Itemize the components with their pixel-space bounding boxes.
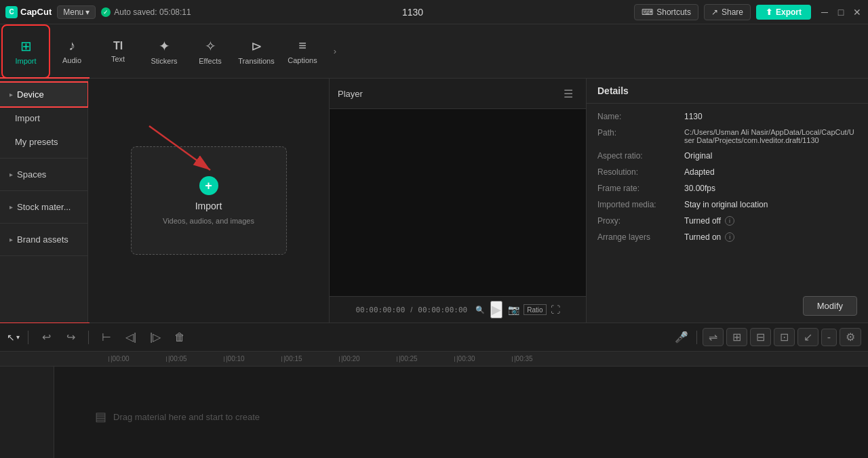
arrange-layers-info-icon[interactable]: i <box>725 232 734 242</box>
sidebar-item-device[interactable]: ▸ Device <box>0 83 87 106</box>
detail-value-framerate: 30.00fps <box>684 184 857 193</box>
settings-button[interactable]: ⚙ <box>840 328 861 346</box>
timeline-toolbar: ↖ ▾ ↩ ↪ ⊢ ◁| |▷ 🗑 🎤 ⇌ ⊞ ⊟ ⊡ ↙ - ⚙ <box>0 323 868 352</box>
tool-audio[interactable]: ♪ Audio <box>49 26 95 77</box>
bottom-timeline-area: ↖ ▾ ↩ ↪ ⊢ ◁| |▷ 🗑 🎤 ⇌ ⊞ ⊟ ⊡ ↙ - ⚙ |00: <box>0 322 868 458</box>
preview-button[interactable]: ⊡ <box>774 328 795 346</box>
tool-stickers-label: Stickers <box>151 57 177 65</box>
cursor-icon: ↖ <box>7 332 15 343</box>
import-box-label: Import <box>195 201 222 211</box>
detail-value-proxy: Turned off i <box>684 216 857 226</box>
player-menu-button[interactable]: ☰ <box>559 84 578 103</box>
tool-import[interactable]: ⊞ Import <box>3 26 49 77</box>
more-tools-button[interactable]: › <box>326 26 344 77</box>
sidebar-item-spaces[interactable]: ▸ Spaces <box>0 163 87 186</box>
detail-value-path: C:/Users/Usman Ali Nasir/AppData/Local/C… <box>684 128 857 144</box>
mic-button[interactable]: 🎤 <box>672 328 691 347</box>
chevron-down-icon: ▾ <box>85 7 90 17</box>
drag-hint-text: Drag material here and start to create <box>113 412 260 422</box>
import-icon: ⊞ <box>20 38 32 54</box>
audio-wave-button[interactable]: ↙ <box>797 328 818 346</box>
zoom-control: 🔍 <box>475 306 485 314</box>
tool-text[interactable]: TI Text <box>95 26 141 77</box>
main-area: ▸ Device Import My presets ▸ Spaces ▸ St… <box>0 79 868 322</box>
detail-label-name: Name: <box>597 112 679 121</box>
link-video-audio-button[interactable]: ⇌ <box>703 328 724 346</box>
import-box-sublabel: Videos, audios, and images <box>163 217 254 225</box>
shortcuts-button[interactable]: ⌨ Shortcuts <box>634 4 698 20</box>
saved-dot-icon: ✓ <box>101 7 111 17</box>
chevron-icon: ▸ <box>9 203 13 211</box>
tool-effects[interactable]: ✧ Effects <box>187 26 233 77</box>
detail-row-aspect: Aspect ratio: Original <box>597 151 857 161</box>
time-separator: / <box>410 306 412 314</box>
ruler-mark-5: |00:05 <box>166 355 224 362</box>
player-controls: 00:00:00:00 / 00:00:00:00 🔍 ▶ 📷 Ratio ⛶ <box>330 296 586 322</box>
sidebar-item-my-presets[interactable]: My presets <box>0 130 87 154</box>
trim-right-button[interactable]: |▷ <box>146 328 165 347</box>
detail-value-name: 1130 <box>684 112 857 121</box>
screenshot-button[interactable]: 📷 <box>508 304 519 315</box>
snap-button[interactable]: ⊟ <box>750 328 771 346</box>
arrow-decoration <box>142 119 224 182</box>
detail-value-aspect: Original <box>684 151 857 161</box>
tool-audio-label: Audio <box>62 56 81 64</box>
captions-icon: ≡ <box>298 38 307 54</box>
selector-tool[interactable]: ↖ ▾ <box>7 332 20 343</box>
modify-button[interactable]: Modify <box>803 296 857 316</box>
chevron-icon: ▸ <box>9 236 13 243</box>
content-area: + Import Videos, audios, and images <box>88 79 329 322</box>
tool-transitions-label: Transitions <box>238 57 274 65</box>
redo-button[interactable]: ↪ <box>61 328 80 347</box>
delete-button[interactable]: 🗑 <box>170 328 189 347</box>
detail-row-resolution: Resolution: Adapted <box>597 167 857 177</box>
undo-button[interactable]: ↩ <box>37 328 56 347</box>
sidebar-item-brand-assets[interactable]: ▸ Brand assets <box>0 228 87 251</box>
sidebar-section-device: ▸ Device Import My presets <box>0 79 87 159</box>
sidebar-item-stock-material[interactable]: ▸ Stock mater... <box>0 195 87 219</box>
split-at-head-button[interactable]: ⊢ <box>97 328 116 347</box>
tool-stickers[interactable]: ✦ Stickers <box>141 26 187 77</box>
play-button[interactable]: ▶ <box>490 301 502 318</box>
detail-row-path: Path: C:/Users/Usman Ali Nasir/AppData/L… <box>597 128 857 144</box>
ruler-mark-0: |00:00 <box>108 355 166 362</box>
project-title: 1130 <box>197 7 629 18</box>
chevron-icon: ▸ <box>9 171 13 178</box>
left-sidebar: ▸ Device Import My presets ▸ Spaces ▸ St… <box>0 79 88 322</box>
ratio-button[interactable]: Ratio <box>524 304 546 315</box>
share-button[interactable]: ↗ Share <box>704 4 751 20</box>
sidebar-item-import[interactable]: Import <box>0 106 87 130</box>
tool-captions[interactable]: ≡ Captions <box>279 26 326 77</box>
detail-value-resolution: Adapted <box>684 167 857 177</box>
player-panel: Player ☰ 00:00:00:00 / 00:00:00:00 🔍 ▶ 📷… <box>329 79 587 322</box>
ruler-mark-20: |00:20 <box>339 355 397 362</box>
time-total: 00:00:00:00 <box>418 306 467 314</box>
keyboard-icon: ⌨ <box>642 7 653 17</box>
export-icon: ⬆ <box>766 7 772 17</box>
menu-button[interactable]: Menu ▾ <box>57 5 96 19</box>
detail-label-path: Path: <box>597 128 679 138</box>
export-button[interactable]: ⬆ Export <box>756 5 811 20</box>
fullscreen-button[interactable]: ⛶ <box>551 304 560 315</box>
svg-line-1 <box>149 126 210 170</box>
sidebar-section-stock: ▸ Stock mater... <box>0 191 87 224</box>
tool-import-label: Import <box>15 57 36 65</box>
tool-transitions[interactable]: ⊳ Transitions <box>233 26 279 77</box>
minimize-button[interactable]: ─ <box>819 7 830 18</box>
player-title: Player <box>338 89 363 99</box>
details-body: Name: 1130 Path: C:/Users/Usman Ali Nasi… <box>587 104 868 289</box>
magnetic-button[interactable]: ⊞ <box>726 328 747 346</box>
zoom-out-button[interactable]: - <box>821 329 837 346</box>
close-button[interactable]: ✕ <box>852 7 863 18</box>
main-toolbar: ⊞ Import ♪ Audio TI Text ✦ Stickers ✧ Ef… <box>0 24 868 79</box>
maximize-button[interactable]: □ <box>835 7 846 18</box>
timeline-right-tools: 🎤 ⇌ ⊞ ⊟ ⊡ ↙ - ⚙ <box>672 328 861 347</box>
trim-left-button[interactable]: ◁| <box>121 328 140 347</box>
details-footer: Modify <box>587 289 868 322</box>
proxy-info-icon[interactable]: i <box>725 216 734 226</box>
tool-text-label: Text <box>111 55 125 63</box>
effects-icon: ✧ <box>205 38 216 54</box>
toolbar-separator-2 <box>88 331 89 344</box>
player-btn-group: 📷 Ratio ⛶ <box>508 304 559 315</box>
audio-icon: ♪ <box>68 38 75 54</box>
